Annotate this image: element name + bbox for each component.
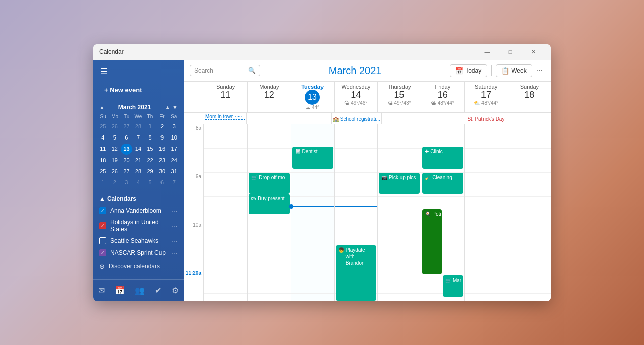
day-name: Monday xyxy=(249,84,289,90)
mini-cal-day[interactable]: 5 xyxy=(109,132,121,143)
maximize-button[interactable]: □ xyxy=(499,44,522,60)
mini-cal-day[interactable]: 16 xyxy=(156,144,168,154)
discover-icon: ⊕ xyxy=(99,263,105,270)
mini-cal-day[interactable]: 14 xyxy=(133,144,144,154)
seahawks-more-button[interactable]: ··· xyxy=(172,237,178,245)
mini-cal-day[interactable]: 25 xyxy=(97,166,109,177)
mini-cal-day[interactable]: 20 xyxy=(121,155,132,166)
calendar-item-nascar[interactable]: ✓ NASCAR Sprint Cup ··· xyxy=(93,247,184,259)
mini-cal-day[interactable]: 6 xyxy=(121,132,132,143)
anna-checkbox[interactable]: ✓ xyxy=(99,207,106,214)
mini-cal-day[interactable]: 12 xyxy=(109,144,121,154)
anna-more-button[interactable]: ··· xyxy=(172,206,178,215)
mini-cal-day[interactable]: 19 xyxy=(109,155,121,166)
calendar-nav-icon[interactable]: 📅 xyxy=(111,284,129,297)
school-registration-event[interactable]: 🏫 School registrati... xyxy=(333,116,380,122)
close-button[interactable]: ✕ xyxy=(522,44,545,60)
mini-cal-day[interactable]: 28 xyxy=(133,166,144,177)
calendar-item-seahawks[interactable]: Seattle Seahawks ··· xyxy=(93,235,184,247)
mini-cal-day[interactable]: 25 xyxy=(97,121,109,132)
mini-cal-day[interactable]: 18 xyxy=(97,155,109,166)
playdate-event[interactable]: 👦 Playdate with Brandon xyxy=(336,245,376,301)
mini-cal-day-today[interactable]: 13 xyxy=(121,144,132,154)
calendars-section-header[interactable]: ▲ Calendars xyxy=(93,192,184,204)
mini-cal-day[interactable]: 9 xyxy=(156,132,168,143)
more-options-button[interactable]: ··· xyxy=(534,66,545,75)
mini-cal-day[interactable]: 4 xyxy=(133,177,144,188)
settings-nav-icon[interactable]: ⚙ xyxy=(168,284,183,297)
drop-off-event[interactable]: 🛒 Drop off mo xyxy=(249,173,289,194)
mini-cal-day[interactable]: 17 xyxy=(168,144,180,154)
pick-up-pics-event[interactable]: 📷 Pick up pics xyxy=(379,173,420,194)
seahawks-checkbox[interactable] xyxy=(99,237,106,244)
minimize-button[interactable]: — xyxy=(475,44,499,60)
holidays-more-button[interactable]: ··· xyxy=(172,222,178,230)
mini-cal-day[interactable]: 2 xyxy=(109,177,121,188)
mini-cal-day[interactable]: 27 xyxy=(121,121,132,132)
today-button[interactable]: 📅 Today xyxy=(450,64,487,77)
poti-event[interactable]: 🍳 Poti xyxy=(422,209,441,274)
people-nav-icon[interactable]: 👥 xyxy=(131,284,149,297)
week-button[interactable]: 📋 Week xyxy=(496,64,532,77)
mini-cal-day[interactable]: 4 xyxy=(97,132,109,143)
dentist-event[interactable]: 🦷 Dentist xyxy=(292,147,333,169)
mini-cal-day[interactable]: 3 xyxy=(168,121,180,132)
discover-calendars-button[interactable]: ⊕ Discover calendars xyxy=(93,260,184,273)
mini-cal-day[interactable]: 21 xyxy=(133,155,144,166)
day-col-sunday-11 xyxy=(204,124,247,301)
today-icon: 📅 xyxy=(455,67,463,75)
nascar-more-button[interactable]: ··· xyxy=(172,249,178,257)
mini-cal-day[interactable]: 27 xyxy=(121,166,132,177)
mini-cal-day[interactable]: 11 xyxy=(97,144,109,154)
day-col-tuesday-13: 🦷 Dentist xyxy=(291,124,334,301)
all-day-gutter xyxy=(184,113,204,124)
buy-present-event[interactable]: 🛍 Buy present xyxy=(249,194,289,214)
hamburger-button[interactable]: ☰ xyxy=(93,60,184,80)
collapse-mini-cal-button[interactable]: ▲ xyxy=(99,104,105,110)
day-header-tuesday-13: Tuesday 13 ☁ 44° xyxy=(291,82,334,112)
week-label: Week xyxy=(511,67,526,74)
mini-cal-next-button[interactable]: ▼ xyxy=(172,104,178,110)
mini-cal-day[interactable]: 28 xyxy=(133,121,144,132)
mini-cal-day[interactable]: 6 xyxy=(156,177,168,188)
mini-cal-day[interactable]: 24 xyxy=(168,155,180,166)
day-name: Wednesday xyxy=(336,84,376,90)
cleaning-label: Cleaning xyxy=(432,174,452,181)
mini-cal-day[interactable]: 8 xyxy=(144,132,156,143)
mini-cal-day[interactable]: 30 xyxy=(156,166,168,177)
holidays-checkbox[interactable]: ✓ xyxy=(99,222,106,229)
mini-cal-day[interactable]: 26 xyxy=(109,121,121,132)
mini-cal-prev-button[interactable]: ▲ xyxy=(165,104,170,110)
clinic-event[interactable]: ✚ Clinic xyxy=(422,147,463,169)
mini-cal-day[interactable]: 15 xyxy=(144,144,156,154)
calendar-item-holidays[interactable]: ✓ Holidays in United States ··· xyxy=(93,217,184,235)
calendar-item-anna[interactable]: ✓ Anna Vanderbloom ··· xyxy=(93,204,184,217)
day-name: Sunday xyxy=(205,84,246,90)
mar-event[interactable]: 🛒 Mar xyxy=(443,275,463,297)
clinic-label: Clinic xyxy=(430,148,442,155)
calendar-title: March 2021 xyxy=(264,65,446,77)
mini-cal-day[interactable]: 22 xyxy=(144,155,156,166)
mom-in-town-event[interactable]: Mom in town ····· xyxy=(205,114,245,120)
mini-cal-day[interactable]: 31 xyxy=(168,166,180,177)
mini-cal-day[interactable]: 1 xyxy=(144,121,156,132)
mini-cal-day[interactable]: 29 xyxy=(144,166,156,177)
calendar-body-scroll[interactable]: 8a 9a 10a 11:20a 12p 1p 2p xyxy=(184,124,551,301)
mini-cal-day[interactable]: 7 xyxy=(168,177,180,188)
mini-cal-day[interactable]: 23 xyxy=(156,155,168,166)
mini-cal-day[interactable]: 26 xyxy=(109,166,121,177)
cleaning-event[interactable]: 🧹 Cleaning xyxy=(422,173,463,194)
mini-cal-day[interactable]: 5 xyxy=(144,177,156,188)
st-patricks-day-event[interactable]: St. Patrick's Day xyxy=(467,116,504,122)
tasks-nav-icon[interactable]: ✔ xyxy=(151,284,166,297)
mini-cal-day[interactable]: 2 xyxy=(156,121,168,132)
mail-nav-icon[interactable]: ✉ xyxy=(94,284,109,297)
new-event-button[interactable]: + New event xyxy=(99,83,178,97)
mini-cal-day[interactable]: 3 xyxy=(121,177,132,188)
mini-cal-day[interactable]: 7 xyxy=(133,132,144,143)
mini-cal-day[interactable]: 10 xyxy=(168,132,180,143)
search-box[interactable]: Search 🔍 xyxy=(190,65,260,76)
search-icon[interactable]: 🔍 xyxy=(248,67,256,74)
mini-cal-day[interactable]: 1 xyxy=(97,177,109,188)
nascar-checkbox[interactable]: ✓ xyxy=(99,249,106,256)
